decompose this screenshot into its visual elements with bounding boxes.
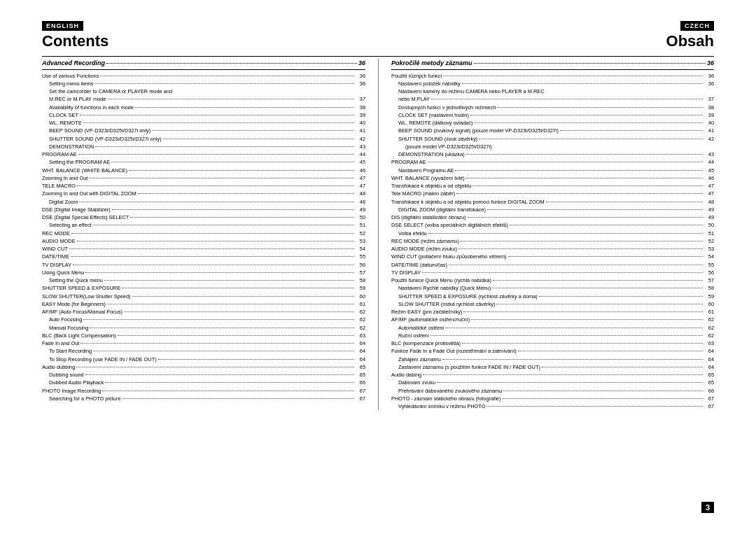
entry-dots — [69, 248, 354, 249]
toc-entry: (pouze model VP-D323i/D325i/D327i) — [391, 143, 714, 150]
entry-dots — [468, 217, 703, 218]
entry-page: 43 — [704, 150, 714, 158]
entry-dots — [71, 256, 354, 257]
left-column: Advanced Recording 36 Use of various Fun… — [42, 59, 378, 410]
entry-text: Použití různých funkcí — [391, 72, 442, 80]
toc-entry: TV DISPLAY56 — [42, 261, 365, 269]
entry-page: 47 — [356, 174, 365, 182]
entry-page: 48 — [356, 198, 365, 206]
entry-text: Dubbing sound — [49, 371, 84, 379]
entry-page: 45 — [704, 167, 714, 174]
entry-text: SHUTTER SPEED & EXPOSURE — [42, 284, 120, 292]
entry-dots — [79, 202, 354, 202]
entry-page: 57 — [704, 276, 714, 284]
toc-entry: DIGITAL ZOOM (digitální transfokace)49 — [391, 206, 714, 213]
toc-entry: SHUTTER SPEED & EXPOSURE59 — [42, 284, 365, 292]
entry-dots — [138, 193, 354, 194]
entry-text: BEEP SOUND (VP-D323i/D325i/D327i only) — [49, 127, 150, 134]
entry-dots — [466, 154, 703, 155]
entry-page: 56 — [704, 269, 714, 276]
entry-page: 67 — [356, 387, 365, 395]
entry-dots — [122, 398, 354, 399]
entry-dots — [428, 233, 703, 234]
entry-text: SLOW SHUTTER (nízká rychlost závěrky) — [398, 300, 495, 308]
entry-dots — [518, 351, 703, 351]
entry-dots — [539, 296, 703, 297]
left-header: ENGLISH Contents — [42, 21, 378, 53]
czech-badge: CZECH — [680, 21, 714, 31]
toc-entry: WIND CUT (potlačení hluku způsobeného vě… — [391, 253, 714, 260]
toc-entry: Funkce Fade In a Fade Out (rozestřímání … — [391, 347, 714, 355]
entry-dots — [443, 76, 703, 76]
entry-page: 41 — [704, 127, 714, 134]
left-heading-page: 36 — [358, 59, 365, 68]
entry-page: 65 — [704, 371, 714, 379]
entry-text: Fade In and Out — [42, 339, 79, 347]
entry-text: DSE (Digital Special Effects) SELECT — [42, 213, 129, 221]
entry-page: 49 — [704, 206, 714, 213]
toc-entry: Dostupných funkcí v jednotlivých režimec… — [391, 104, 714, 111]
entry-text: WL. REMOTE (dálkový ovladač) — [398, 119, 472, 127]
toc-entry: Volba efektu51 — [391, 230, 714, 237]
entry-dots — [430, 335, 703, 336]
entry-page: 65 — [356, 363, 365, 371]
toc-entry: Using Quick Menu57 — [42, 269, 365, 276]
entry-text: Funkce Fade In a Fade Out (rozestřímání … — [391, 347, 517, 355]
entry-page: 62 — [356, 308, 365, 316]
entry-text: Auto Focusing — [49, 316, 82, 323]
entry-page: 54 — [356, 245, 365, 253]
entry-dots — [560, 130, 703, 131]
entry-text: AUDIO MODE — [42, 237, 76, 245]
toc-entry: WL. REMOTE (dálkový ovladač)40 — [391, 119, 714, 127]
right-heading-page: 36 — [707, 59, 714, 68]
page-number-badge: 3 — [701, 502, 714, 513]
entry-dots — [107, 304, 354, 304]
entry-text: (pouze model VP-D323i/D325i/D327i) — [405, 143, 492, 150]
entry-page: 62 — [356, 324, 365, 332]
entry-dots — [124, 311, 354, 312]
entry-page: 46 — [356, 167, 365, 174]
entry-text: REC MODE — [42, 230, 70, 237]
toc-entry: nebo M.PLAY37 — [391, 95, 714, 103]
entry-text: WIND CUT — [42, 245, 68, 253]
entry-text: Using Quick Menu — [42, 269, 84, 276]
entry-page: 50 — [356, 213, 365, 221]
entry-dots — [122, 288, 354, 288]
entry-page: 37 — [356, 95, 365, 103]
toc-entry: WHT. BALANCE (vyvážení bílé)46 — [391, 174, 714, 182]
entry-page: 61 — [704, 308, 714, 316]
entry-dots — [497, 107, 703, 108]
entry-page: 67 — [704, 402, 714, 410]
entry-text: DSE (Digital Image Stabilizer) — [42, 206, 111, 213]
entry-text: Searching for a PHOTO picture — [49, 395, 121, 402]
entry-page: 36 — [704, 72, 714, 80]
toc-entry: Nastavení Programu AE45 — [391, 167, 714, 174]
entry-page: 38 — [356, 104, 365, 111]
entry-text: Digital Zoom — [49, 198, 78, 206]
toc-entry: To Start Recording64 — [42, 347, 365, 355]
toc-entry: Setting the Quick menu58 — [42, 276, 365, 284]
toc-entry: Zahájení záznamu64 — [391, 356, 714, 363]
entry-page: 40 — [356, 119, 365, 127]
header-divider — [42, 56, 714, 57]
entry-page: 44 — [356, 150, 365, 158]
toc-entry: M.REC or M.PLAY mode37 — [42, 95, 365, 103]
toc-entry: Nastavení kamery do režimu CAMERA nebo P… — [391, 87, 714, 95]
toc-entry: SHUTTER SOUND (zvuk závěrky)42 — [391, 135, 714, 143]
entry-page: 64 — [704, 347, 714, 355]
toc-entry: Ruční ostření62 — [391, 332, 714, 339]
entry-text: SHUTTER SPEED & EXPOSURE (rychlost závěr… — [398, 293, 538, 300]
entry-dots — [85, 374, 354, 375]
toc-entry: WIND CUT54 — [42, 245, 365, 253]
toc-entry: Zastavení záznamu (s použitím funkce FAD… — [391, 363, 714, 371]
toc-entry: Audio dabing65 — [391, 371, 714, 379]
entry-page: 44 — [704, 158, 714, 166]
right-title: Obsah — [666, 32, 714, 50]
toc-entry: CLOCK SET (nastavení hodin)39 — [391, 111, 714, 119]
entry-text: Manual Focusing — [49, 324, 88, 332]
toc-entry: Selecting an effect51 — [42, 221, 365, 229]
entry-page: 36 — [356, 72, 365, 80]
entry-page: 53 — [356, 237, 365, 245]
toc-entry: SHUTTER SPEED & EXPOSURE (rychlost závěr… — [391, 293, 714, 300]
entry-text: Použití funkce Quick Menu (rychlá nabídk… — [391, 276, 491, 284]
